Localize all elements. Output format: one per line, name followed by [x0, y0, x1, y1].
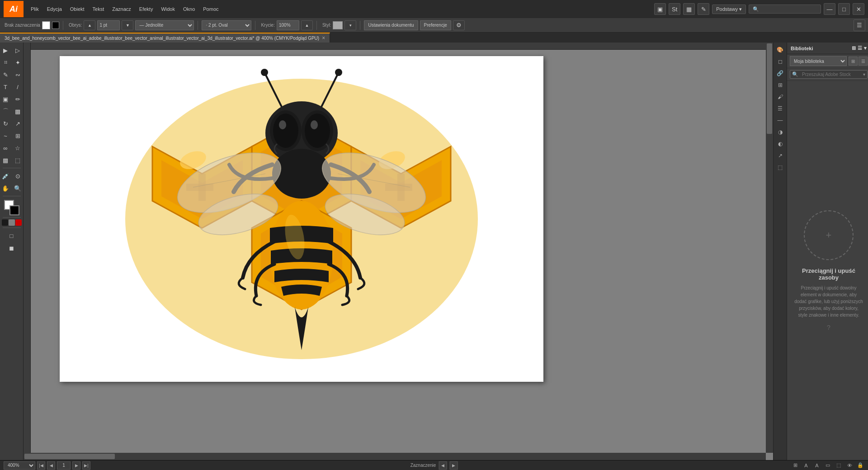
artboard-tool-btn[interactable]: ⬚	[12, 154, 24, 166]
minimize-btn[interactable]: —	[824, 3, 835, 15]
menu-zaznacz[interactable]: Zaznacz	[108, 5, 135, 14]
view-icon[interactable]: 👁	[845, 461, 854, 470]
menu-obiekt[interactable]: Obiekt	[66, 5, 88, 14]
maximize-btn[interactable]: □	[838, 3, 850, 15]
layers-btn[interactable]: ☰	[775, 103, 786, 114]
line-tool-btn[interactable]: /	[12, 81, 24, 93]
artboard-icon[interactable]: ⊞	[791, 461, 799, 470]
hand-tool-btn[interactable]: ✋	[0, 182, 11, 194]
stroke-style-select[interactable]: — Jednolite	[135, 20, 194, 30]
lock-icon[interactable]: 🔒	[856, 461, 864, 470]
menu-pomoc[interactable]: Pomoc	[199, 5, 222, 14]
mesh-tool-btn[interactable]: ⊞	[12, 130, 24, 142]
krycie-up-btn[interactable]: ▲	[301, 20, 313, 30]
paintbrush-tool-btn[interactable]: ⌒	[0, 105, 11, 117]
help-icon[interactable]: ?	[827, 324, 830, 331]
horizontal-scrollbar[interactable]	[24, 453, 766, 460]
page-input[interactable]	[57, 461, 71, 470]
obrys-down-btn[interactable]: ▼	[122, 20, 133, 30]
blend-tool-btn[interactable]: ∞	[0, 142, 11, 154]
export-panel-btn[interactable]: ↗	[775, 150, 786, 161]
menu-okno[interactable]: Okno	[179, 5, 198, 14]
fill-stroke-box[interactable]	[4, 200, 19, 215]
fill-color-btn[interactable]	[42, 21, 50, 29]
stroke-panel-btn[interactable]: —	[775, 115, 786, 126]
search-stock-input[interactable]	[800, 71, 861, 78]
smooth-tool-btn[interactable]: ∾	[12, 69, 24, 81]
symbol-tool-btn[interactable]: ☆	[12, 142, 24, 154]
eyedropper-icon[interactable]: A	[813, 461, 821, 470]
assets-btn[interactable]: ⊞	[775, 80, 786, 90]
lib-view-grid-btn[interactable]: ⊞	[849, 57, 858, 66]
select-tool-btn[interactable]: ▶	[0, 44, 11, 56]
panel-toggle-icon[interactable]: ☰	[854, 19, 865, 31]
breadcrumb-icon[interactable]: ▣	[654, 3, 666, 15]
sync-icon[interactable]: St	[669, 3, 680, 15]
arrange-icon[interactable]: ▦	[683, 3, 695, 15]
rect-status-icon[interactable]: ▭	[824, 461, 832, 470]
color-panel-btn[interactable]: 🎨	[775, 44, 786, 55]
lib-list-icon[interactable]: ☰	[858, 45, 862, 51]
text-icon[interactable]: A	[802, 461, 810, 470]
direct-select-tool-btn[interactable]: ▷	[12, 44, 24, 56]
warp-tool-btn[interactable]: ~	[0, 130, 11, 142]
eraser-tool-btn[interactable]: ▩	[12, 105, 24, 117]
scale-tool-btn[interactable]: ↗	[12, 118, 24, 129]
library-selector[interactable]: Moja biblioteka	[790, 56, 847, 66]
krycie-input[interactable]	[277, 20, 299, 30]
appearance-btn[interactable]: ◻	[775, 56, 786, 67]
stroke-preset-select[interactable]: · 2 pt. Oval	[202, 20, 251, 30]
search-stock-dropdown[interactable]: ▾	[861, 71, 867, 78]
rotate-tool-btn[interactable]: ↻	[0, 118, 11, 129]
zoom-select[interactable]: 400%	[4, 461, 35, 470]
extra-settings-icon[interactable]: ⚙	[453, 20, 465, 30]
artboards-panel-btn[interactable]: ⬚	[775, 162, 786, 173]
status-arr-left[interactable]: ◀	[439, 461, 447, 470]
obrys-up-btn[interactable]: ▲	[84, 20, 95, 30]
menu-plik[interactable]: Plik	[27, 5, 42, 14]
lib-menu-icon[interactable]: ▾	[864, 45, 867, 51]
pencil-tool-btn[interactable]: ✏	[12, 93, 24, 105]
menu-widok[interactable]: Widok	[157, 5, 179, 14]
eyedropper-tool-btn[interactable]: 💉	[0, 170, 11, 182]
last-page-btn[interactable]: ▶|	[82, 461, 90, 470]
zoom-tool-btn[interactable]: 🔍	[12, 182, 24, 194]
next-page-btn[interactable]: ▶	[72, 461, 80, 470]
prev-page-btn[interactable]: ◀	[47, 461, 55, 470]
scrollbar-thumb-h[interactable]	[24, 454, 115, 459]
pen-tool-btn[interactable]: ✎	[0, 69, 11, 81]
rect-tool-btn[interactable]: ▣	[0, 93, 11, 105]
gradient-panel-btn[interactable]: ◑	[775, 127, 786, 138]
lib-view-list-btn[interactable]: ☰	[859, 57, 868, 66]
top-search-input[interactable]	[749, 5, 821, 14]
vertical-scrollbar[interactable]	[766, 43, 773, 453]
menu-efekty[interactable]: Efekty	[136, 5, 157, 14]
gradient-btn[interactable]	[9, 219, 15, 226]
graph-tool-btn[interactable]: ▩	[0, 154, 11, 166]
ustawienia-btn[interactable]: Ustawienia dokumentu	[364, 20, 418, 30]
type-tool-btn[interactable]: T	[0, 81, 11, 93]
styl-preview[interactable]	[333, 21, 343, 29]
lasso-tool-btn[interactable]: ⌗	[0, 57, 11, 68]
transparency-panel-btn[interactable]: ◐	[775, 138, 786, 149]
measure-tool-btn[interactable]: ⊙	[12, 170, 24, 182]
magic-wand-tool-btn[interactable]: ✦	[12, 57, 24, 68]
doc-tab[interactable]: 3d_bee_and_honeycomb_vector_bee_ai_adobe…	[0, 33, 330, 43]
styl-arr-btn[interactable]: ▾	[344, 20, 356, 30]
obrys-input[interactable]	[97, 20, 120, 30]
lib-grid-icon[interactable]: ⊞	[852, 45, 856, 51]
first-page-btn[interactable]: |◀	[37, 461, 45, 470]
red-color-btn[interactable]	[15, 219, 22, 226]
close-btn[interactable]: ✕	[853, 3, 864, 15]
stroke-color-btn[interactable]	[52, 22, 59, 29]
stroke-box[interactable]	[9, 205, 19, 215]
none-color-btn[interactable]	[2, 219, 8, 226]
screen-mode-btn[interactable]: ◼	[6, 242, 18, 254]
canvas-document[interactable]	[60, 56, 543, 382]
status-arr-right[interactable]: ▶	[449, 461, 458, 470]
scrollbar-thumb-v[interactable]	[767, 43, 772, 134]
menu-tekst[interactable]: Tekst	[89, 5, 108, 14]
brush-icon[interactable]: ✎	[698, 3, 709, 15]
doc-tab-close-btn[interactable]: ×	[322, 35, 325, 41]
links-btn[interactable]: 🔗	[775, 68, 786, 79]
